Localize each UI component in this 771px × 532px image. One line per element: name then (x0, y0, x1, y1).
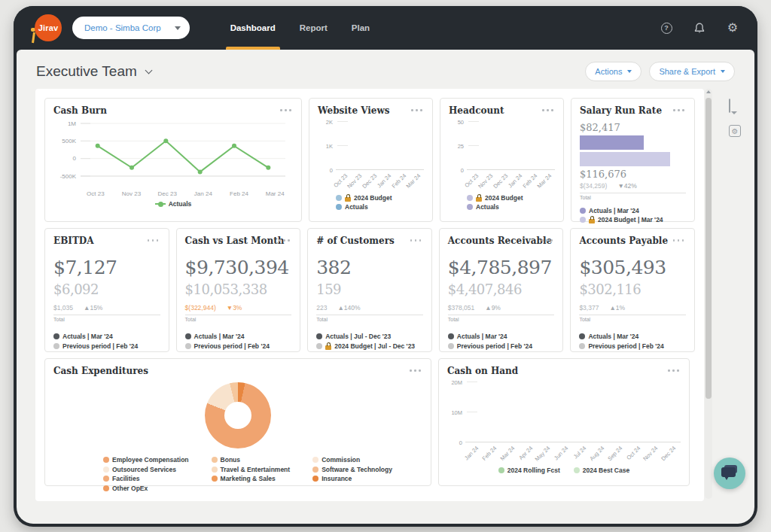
jirav-logo[interactable]: Jirav (32, 13, 62, 43)
legend-item: Previous period | Feb '24 (53, 342, 160, 350)
lock-icon (476, 197, 482, 202)
data-point[interactable] (198, 169, 203, 174)
data-point[interactable] (163, 138, 168, 143)
card-menu-icon[interactable] (542, 108, 554, 112)
x-tick: Jan 24 (465, 442, 483, 464)
data-point[interactable] (130, 166, 134, 170)
kpi-legend: Actuals | Mar '24Previous period | Feb '… (579, 333, 686, 350)
tab-report[interactable]: Report (288, 6, 340, 50)
website-views-bar-chart: 2K1K0Oct 23Nov 23Dec 23Jan 24Feb 24Mar 2… (318, 122, 424, 211)
legend-dot (185, 343, 191, 349)
cash-expenditures-donut-chart (205, 382, 271, 448)
svg-text:-500K: -500K (60, 173, 77, 180)
scroll-up-arrow-icon[interactable] (706, 90, 711, 93)
kpi-delta-row: $3,377▲1% (579, 304, 686, 312)
legend-label: Actuals | Mar '24 (194, 333, 245, 340)
y-tick-label: 25 (458, 143, 464, 150)
legend-label: Actuals (345, 203, 368, 211)
legend-dot (158, 202, 163, 207)
data-point[interactable] (96, 144, 100, 148)
legend-label: Previous period | Feb '24 (194, 342, 270, 350)
legend-label: 2024 Best Case (583, 467, 629, 474)
x-tick: Sep 24 (609, 442, 627, 464)
data-point[interactable] (232, 144, 236, 148)
card-menu-icon[interactable] (673, 108, 685, 112)
legend-item: Actuals (155, 200, 192, 208)
divider (448, 315, 555, 315)
legend-label: Actuals (169, 200, 192, 208)
legend-label: Previous period | Feb '24 (588, 342, 663, 350)
kpi-card: Accounts Receivable$4,785,897$4,407,846$… (439, 228, 564, 352)
gridline (337, 121, 348, 122)
legend-line (155, 203, 166, 205)
navbar-icons: ? ⚙ (660, 21, 739, 35)
scrollbar-thumb[interactable] (705, 98, 712, 399)
legend-item: 2024 Budget | Jul - Dec '23 (316, 342, 423, 350)
x-tick: Nov 23 (351, 170, 366, 191)
help-icon[interactable]: ? (660, 21, 673, 35)
x-tick: Dec 24 (663, 442, 681, 464)
card-menu-icon[interactable] (541, 238, 553, 242)
actions-button[interactable]: Actions (585, 62, 641, 81)
card-menu-icon[interactable] (410, 368, 422, 372)
legend-dot (574, 467, 580, 473)
legend-label: Commission (322, 456, 360, 464)
x-tick: Mar 24 (257, 188, 293, 197)
y-tick-label: 0 (330, 167, 333, 174)
dashboard-settings-icon[interactable]: ⚙ (729, 125, 742, 137)
y-tick-label: 0 (459, 439, 462, 446)
legend-label: Previous period | Feb '24 (457, 342, 532, 350)
notifications-bell-icon[interactable] (693, 21, 706, 35)
cash-burn-line-chart: 1M500K0-500KOct 23Nov 23Dec 23Jan 24Feb … (53, 116, 293, 208)
card-menu-icon[interactable] (280, 108, 292, 112)
card-menu-icon[interactable] (279, 238, 291, 242)
legend-item: Actuals (467, 203, 499, 211)
legend-item: 2024 Rolling Fcst (498, 467, 560, 474)
kpi-title: Accounts Receivable (448, 236, 555, 246)
card-menu-icon[interactable] (410, 238, 422, 242)
legend-item: Outsourced Services (103, 466, 189, 473)
plot (467, 122, 555, 170)
legend-dot (312, 467, 318, 473)
legend-dot (467, 204, 473, 210)
legend-label: 2024 Budget | Jul - Dec '23 (334, 342, 415, 350)
card-menu-icon[interactable] (411, 108, 423, 112)
y-tick-label: 50 (458, 119, 464, 126)
company-selector[interactable]: Demo - Simba Corp (72, 17, 190, 39)
tab-dashboard[interactable]: Dashboard (218, 6, 288, 50)
comments-icon[interactable] (729, 99, 742, 111)
dashboard-title-dropdown[interactable]: Executive Team (36, 63, 151, 80)
share-export-button[interactable]: Share & Export (649, 62, 735, 81)
x-tick: Oct 24 (626, 442, 645, 464)
settings-gear-icon[interactable]: ⚙ (726, 21, 739, 35)
vertical-scrollbar[interactable] (705, 89, 712, 499)
legend-dot (212, 467, 218, 473)
kpi-delta-value: $1,035 (53, 304, 73, 312)
x-tick: Feb 24 (526, 170, 541, 191)
gridline (467, 412, 477, 412)
card-menu-icon[interactable] (668, 368, 680, 372)
legend-column: BonusTravel & EntertainmentMarketing & S… (212, 456, 291, 492)
legend-dot (53, 333, 59, 339)
app-content: Executive Team Actions Share & Export Ca… (17, 50, 754, 524)
x-tick: Mar 24 (410, 170, 425, 191)
card-menu-icon[interactable] (673, 238, 685, 242)
card-menu-icon[interactable] (148, 238, 160, 242)
legend-item: Insurance (312, 475, 392, 482)
kpi-primary-value: $7,127 (53, 257, 160, 278)
y-tick-label: 0 (461, 167, 464, 174)
legend-label: Bonus (221, 456, 240, 464)
data-point[interactable] (266, 166, 270, 170)
salary-total-label: Total (580, 195, 686, 200)
gridline (468, 145, 479, 146)
kpi-legend: Actuals | Mar '24Previous period | Feb '… (53, 333, 160, 350)
chat-support-button[interactable] (714, 458, 745, 489)
tab-plan[interactable]: Plan (340, 6, 382, 50)
kpi-title: # of Customers (316, 236, 423, 246)
x-tick: May 24 (537, 442, 555, 464)
legend-label: 2024 Budget | Mar '24 (598, 216, 663, 223)
card-headcount: Headcount 50250Oct 23Nov 23Dec 23Jan 24F… (440, 98, 564, 222)
legend-item: Facilities (103, 475, 189, 482)
kpi-delta-value: $3,377 (579, 304, 599, 312)
legend-dot (103, 467, 109, 473)
